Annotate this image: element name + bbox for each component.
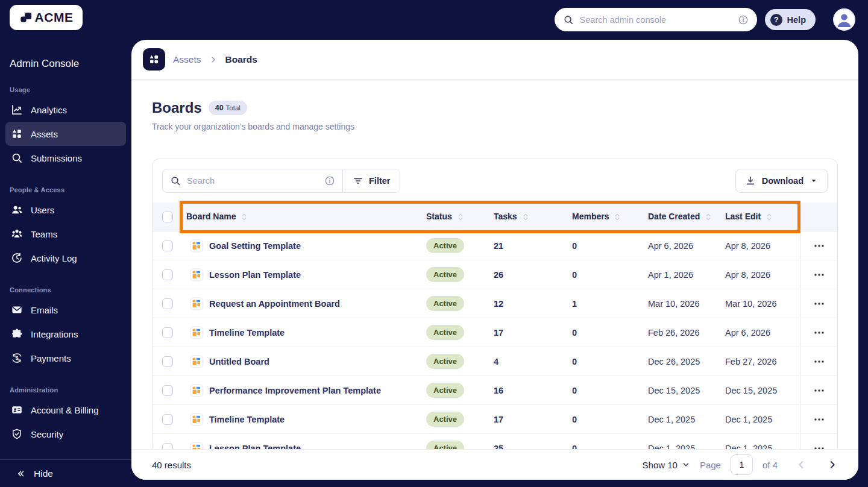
table-search-bar[interactable] (163, 169, 342, 192)
column-header-date-created[interactable]: Date Created (648, 212, 725, 221)
sort-icon (764, 212, 774, 222)
row-actions-menu[interactable] (813, 413, 826, 426)
board-icon (190, 384, 203, 397)
board-name-cell[interactable]: Request an Appointment Board (181, 297, 426, 310)
table-search-input[interactable] (187, 176, 318, 186)
column-header-last-edit[interactable]: Last Edit (725, 212, 800, 221)
column-header-board-name[interactable]: Board Name (181, 212, 426, 221)
page-subtitle: Track your organization's boards and man… (152, 122, 838, 131)
members-count: 0 (572, 328, 648, 338)
date-created: Dec 26, 2025 (648, 357, 725, 366)
sidebar-section: Connections Emails Integrations $ Paymen… (0, 286, 131, 370)
user-avatar[interactable] (833, 8, 855, 31)
last-edit: Dec 15, 2025 (725, 386, 800, 395)
analytics-icon (11, 104, 23, 116)
download-button[interactable]: Download (735, 169, 828, 193)
boards-table-card: Filter Download Board Name Status Task (152, 159, 838, 463)
sidebar-item-activity-log[interactable]: Activity Log (5, 246, 126, 270)
sidebar-section-label: People & Access (10, 186, 122, 193)
acme-logo-text: ACME (35, 10, 74, 25)
members-count: 0 (572, 415, 648, 424)
page-number-input[interactable] (731, 454, 753, 475)
users-icon (11, 204, 23, 216)
column-header-status[interactable]: Status (426, 212, 494, 221)
download-icon (745, 175, 756, 186)
row-actions-menu[interactable] (813, 239, 826, 253)
row-actions-menu[interactable] (813, 268, 826, 281)
tasks-count: 4 (494, 357, 572, 366)
breadcrumb-assets[interactable]: Assets (173, 54, 201, 65)
sidebar-item-teams[interactable]: Teams (5, 222, 126, 246)
assets-icon[interactable] (143, 48, 165, 71)
row-actions-menu[interactable] (813, 326, 826, 339)
sidebar-item-integrations[interactable]: Integrations (5, 322, 126, 346)
status-badge: Active (426, 383, 464, 398)
sidebar-item-assets[interactable]: Assets (5, 122, 126, 146)
admin-search-bar[interactable] (555, 8, 757, 31)
show-per-page-select[interactable]: Show 10 (643, 460, 690, 470)
sidebar-item-payments[interactable]: $ Payments (5, 346, 126, 370)
board-name-cell[interactable]: Timeline Template (181, 413, 426, 426)
board-name: Performance Improvement Plan Template (209, 386, 381, 395)
members-count: 0 (572, 241, 648, 251)
board-name-cell[interactable]: Timeline Template (181, 326, 426, 339)
acme-logo[interactable]: ACME (10, 5, 83, 30)
board-name-cell[interactable]: Goal Setting Template (181, 239, 426, 253)
filter-button[interactable]: Filter (342, 169, 400, 192)
table-row: Timeline Template Active 17 0 Feb 26, 20… (153, 318, 837, 347)
tasks-count: 17 (494, 415, 572, 424)
email-icon (11, 304, 23, 316)
row-checkbox[interactable] (162, 385, 173, 396)
last-edit: Apr 8, 2026 (725, 241, 800, 251)
row-actions-menu[interactable] (813, 355, 826, 368)
sidebar-item-users[interactable]: Users (5, 198, 126, 222)
sidebar-item-account-billing[interactable]: Account & Billing (5, 398, 126, 422)
caret-down-icon (810, 177, 818, 185)
sort-icon (239, 212, 249, 222)
content-area: Boards 40 Total Track your organization'… (131, 99, 858, 463)
board-name: Goal Setting Template (209, 241, 301, 251)
status-badge: Active (426, 267, 464, 282)
search-icon (170, 175, 181, 186)
board-name: Request an Appointment Board (209, 299, 340, 309)
row-checkbox[interactable] (162, 240, 173, 251)
select-all-checkbox[interactable] (162, 212, 173, 222)
row-checkbox[interactable] (162, 356, 173, 367)
board-name-cell[interactable]: Lesson Plan Template (181, 268, 426, 281)
info-icon (324, 175, 335, 186)
sidebar-item-submissions[interactable]: Submissions (5, 146, 126, 170)
sidebar-item-emails[interactable]: Emails (5, 298, 126, 322)
sidebar-item-security[interactable]: Security (5, 422, 126, 446)
members-count: 0 (572, 357, 648, 366)
sort-icon (612, 212, 622, 222)
row-actions-menu[interactable] (813, 297, 826, 310)
total-badge: 40 Total (209, 101, 247, 115)
tasks-count: 21 (494, 241, 572, 251)
row-checkbox[interactable] (162, 414, 173, 425)
date-created: Apr 6, 2026 (648, 241, 725, 251)
breadcrumb: Assets Boards (131, 40, 858, 80)
board-name-cell[interactable]: Performance Improvement Plan Template (181, 384, 426, 397)
table-row: Request an Appointment Board Active 12 1… (153, 289, 837, 318)
row-actions-menu[interactable] (813, 384, 826, 397)
sidebar-section: People & Access Users Teams Activity Log (0, 186, 131, 270)
row-checkbox[interactable] (162, 269, 173, 280)
activity-log-icon (11, 252, 23, 264)
results-count: 40 results (152, 460, 191, 470)
status-badge: Active (426, 296, 464, 311)
previous-page-button[interactable] (796, 459, 807, 470)
row-checkbox[interactable] (162, 298, 173, 309)
svg-text:$: $ (15, 355, 18, 361)
row-checkbox[interactable] (162, 327, 173, 338)
sidebar-hide-button[interactable]: Hide (0, 459, 131, 487)
teams-icon (11, 228, 23, 240)
help-button[interactable]: ? Help (765, 9, 816, 30)
column-header-tasks[interactable]: Tasks (494, 212, 572, 221)
sidebar-item-analytics[interactable]: Analytics (5, 98, 126, 122)
next-page-button[interactable] (827, 459, 838, 470)
board-name-cell[interactable]: Untitled Board (181, 355, 426, 368)
column-header-members[interactable]: Members (572, 212, 648, 221)
sidebar-section: Usage Analytics Assets Submissions (0, 86, 131, 170)
table-search-group: Filter (162, 169, 400, 193)
admin-search-input[interactable] (580, 15, 732, 25)
